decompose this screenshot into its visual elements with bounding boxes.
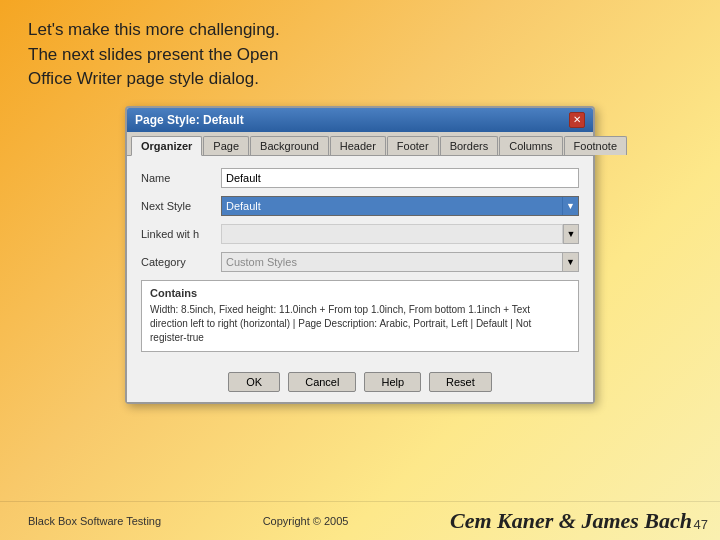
name-label: Name	[141, 172, 221, 184]
tab-columns[interactable]: Columns	[499, 136, 562, 155]
tab-footer[interactable]: Footer	[387, 136, 439, 155]
dialog-close-button[interactable]: ✕	[569, 112, 585, 128]
category-value: Custom Styles	[222, 253, 562, 271]
category-arrow[interactable]: ▼	[562, 253, 578, 271]
intro-text: Let's make this more challenging. The ne…	[28, 18, 692, 92]
page-style-dialog: Page Style: Default ✕ Organizer Page Bac…	[125, 106, 595, 404]
tab-footnote[interactable]: Footnote	[564, 136, 627, 155]
dialog-footer-buttons: OK Cancel Help Reset	[127, 364, 593, 402]
next-style-row: Next Style Default ▼	[141, 196, 579, 216]
slide-content: Let's make this more challenging. The ne…	[0, 0, 720, 414]
footer-left: Black Box Software Testing	[28, 515, 161, 527]
name-row: Name	[141, 168, 579, 188]
next-style-label: Next Style	[141, 200, 221, 212]
dialog-title: Page Style: Default	[135, 113, 244, 127]
linked-label: Linked wit h	[141, 228, 221, 240]
category-combo[interactable]: Custom Styles ▼	[221, 252, 579, 272]
linked-input	[221, 224, 563, 244]
tab-organizer[interactable]: Organizer	[131, 136, 202, 156]
next-style-value: Default	[222, 200, 562, 212]
contains-text: Width: 8.5inch, Fixed height: 11.0inch +…	[150, 303, 570, 345]
footer-center: Copyright © 2005	[263, 515, 349, 527]
linked-arrow: ▼	[563, 224, 579, 244]
linked-row: Linked wit h ▼	[141, 224, 579, 244]
next-style-arrow[interactable]: ▼	[562, 197, 578, 215]
tab-background[interactable]: Background	[250, 136, 329, 155]
dialog-body: Name Next Style Default ▼ Linked wit h ▼	[127, 156, 593, 364]
contains-section: Contains Width: 8.5inch, Fixed height: 1…	[141, 280, 579, 352]
tab-borders[interactable]: Borders	[440, 136, 499, 155]
category-row: Category Custom Styles ▼	[141, 252, 579, 272]
dialog-tabs: Organizer Page Background Header Footer …	[127, 132, 593, 156]
cancel-button[interactable]: Cancel	[288, 372, 356, 392]
name-input[interactable]	[221, 168, 579, 188]
help-button[interactable]: Help	[364, 372, 421, 392]
ok-button[interactable]: OK	[228, 372, 280, 392]
contains-label: Contains	[150, 287, 570, 299]
footer-right: Cem Kaner & James Bach	[450, 508, 692, 534]
next-style-select[interactable]: Default ▼	[221, 196, 579, 216]
slide-number: 47	[694, 517, 708, 532]
category-label: Category	[141, 256, 221, 268]
bottom-bar: Black Box Software Testing Copyright © 2…	[0, 501, 720, 540]
reset-button[interactable]: Reset	[429, 372, 492, 392]
tab-page[interactable]: Page	[203, 136, 249, 155]
tab-header[interactable]: Header	[330, 136, 386, 155]
dialog-titlebar: Page Style: Default ✕	[127, 108, 593, 132]
dialog-wrapper: Page Style: Default ✕ Organizer Page Bac…	[28, 106, 692, 404]
